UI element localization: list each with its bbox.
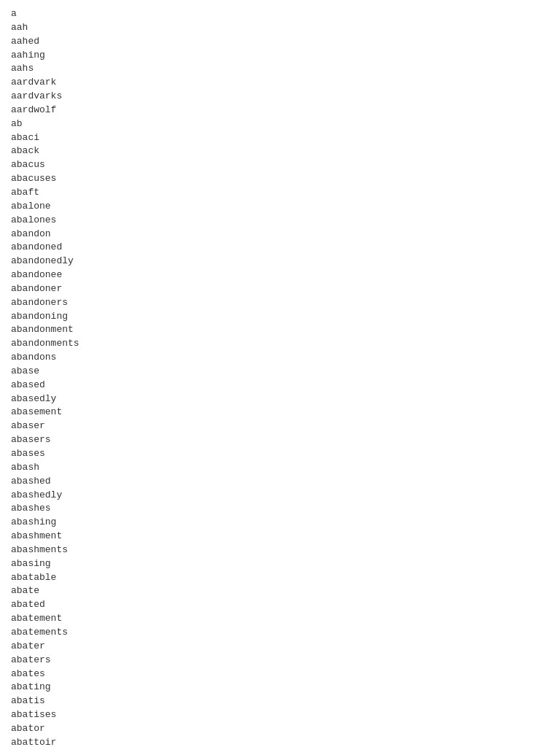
list-item: abatises — [11, 708, 549, 722]
list-item: ab — [11, 117, 549, 131]
list-item: abashing — [11, 516, 549, 530]
list-item: abandoned — [11, 241, 549, 255]
list-item: abaft — [11, 186, 549, 200]
list-item: abandonment — [11, 323, 549, 337]
list-item: abacuses — [11, 172, 549, 186]
list-item: abasedly — [11, 392, 549, 406]
list-item: abandoning — [11, 310, 549, 324]
list-item: abaters — [11, 654, 549, 667]
list-item: abandonments — [11, 337, 549, 351]
list-item: abandons — [11, 351, 549, 365]
list-item: abater — [11, 640, 549, 654]
list-item: abates — [11, 667, 549, 681]
list-item: abandoners — [11, 296, 549, 310]
list-item: aback — [11, 144, 549, 158]
word-list: aaahaahedaahingaahsaardvarkaardvarksaard… — [11, 7, 549, 747]
list-item: abasers — [11, 433, 549, 447]
list-item: abashes — [11, 502, 549, 516]
list-item: aah — [11, 21, 549, 35]
list-item: abased — [11, 379, 549, 392]
list-item: abandonee — [11, 268, 549, 282]
list-item: abatis — [11, 694, 549, 708]
list-item: abashed — [11, 475, 549, 489]
list-item: abandon — [11, 228, 549, 241]
list-item: abatements — [11, 626, 549, 640]
list-item: abasing — [11, 557, 549, 571]
list-item: abaci — [11, 131, 549, 145]
list-item: a — [11, 7, 549, 21]
list-item: aardvark — [11, 76, 549, 90]
list-item: aardwolf — [11, 104, 549, 117]
list-item: aahs — [11, 62, 549, 76]
list-item: aahed — [11, 35, 549, 49]
list-item: abashments — [11, 543, 549, 557]
list-item: abases — [11, 447, 549, 461]
list-item: abashedly — [11, 489, 549, 503]
list-item: abattoir — [11, 736, 549, 747]
list-item: abatable — [11, 571, 549, 585]
list-item: abandonedly — [11, 255, 549, 268]
list-item: aardvarks — [11, 90, 549, 104]
list-item: abashment — [11, 530, 549, 543]
list-item: abator — [11, 722, 549, 736]
list-item: abash — [11, 461, 549, 475]
list-item: abatement — [11, 612, 549, 626]
list-item: abase — [11, 365, 549, 379]
list-item: abacus — [11, 158, 549, 172]
list-item: abasement — [11, 406, 549, 419]
list-item: abalone — [11, 200, 549, 214]
list-item: abated — [11, 598, 549, 612]
list-item: abalones — [11, 214, 549, 228]
list-item: abating — [11, 681, 549, 694]
list-item: abate — [11, 584, 549, 598]
list-item: abaser — [11, 419, 549, 433]
list-item: abandoner — [11, 282, 549, 296]
list-item: aahing — [11, 49, 549, 63]
